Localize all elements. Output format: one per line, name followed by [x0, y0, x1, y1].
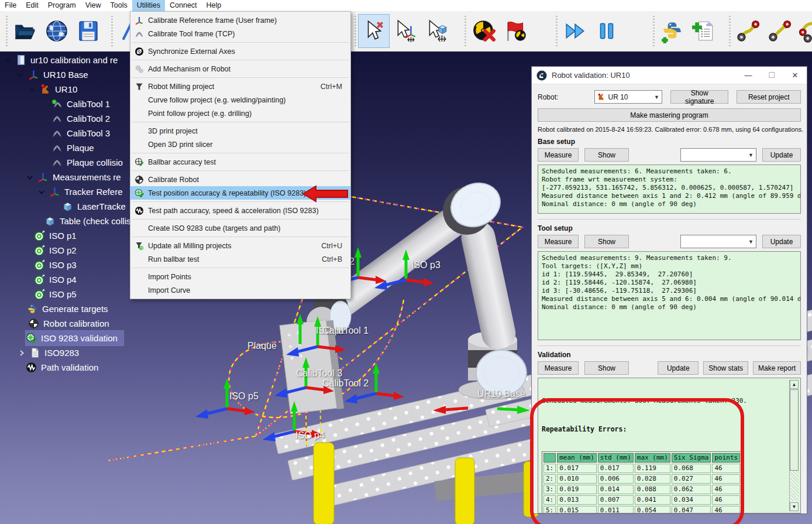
divider — [538, 345, 801, 346]
menu-tools[interactable]: Tools — [106, 0, 132, 11]
base-update-button[interactable]: Update — [762, 148, 801, 162]
base-frame-select[interactable]: ▼ — [680, 148, 756, 162]
menu-utilities[interactable]: Utilities — [132, 0, 165, 11]
chevron-down-icon[interactable] — [28, 85, 36, 94]
menu-item-synchronize-external-axes[interactable]: Synchronize External Axes — [130, 44, 350, 58]
move-linear-instruction-button[interactable] — [764, 14, 796, 48]
tree-item-iso-9283-validation[interactable]: ISO 9283 validation — [26, 331, 123, 345]
move-joint-instruction-button[interactable] — [732, 14, 764, 48]
maximize-button[interactable]: ☐ — [760, 67, 783, 84]
chevron-down-icon[interactable] — [16, 71, 25, 79]
menu-item-create-iso-9283-cube-targets-and-path-[interactable]: Create ISO 9283 cube (targets and path) — [130, 221, 350, 235]
menu-item-import-curve[interactable]: Import Curve — [130, 283, 350, 297]
sync-icon — [130, 47, 148, 56]
tree-item-table-check-collis[interactable]: Table (check collis — [44, 214, 137, 228]
validation-scrollbar[interactable]: ▲ ▼ — [789, 380, 799, 511]
target-icon — [34, 245, 45, 256]
save-station-button[interactable] — [73, 14, 104, 48]
menu-item-label: Create ISO 9283 cube (targets and path) — [148, 224, 342, 232]
menu-item-ballbar-accuracy-test[interactable]: Ballbar accuracy test — [130, 155, 350, 169]
base-measure-button[interactable]: Measure — [538, 148, 579, 162]
tool-select[interactable]: ▼ — [680, 235, 756, 248]
tree-item-plaque-collisio[interactable]: Plaque collisio — [51, 155, 129, 170]
tree-item-iso-p2[interactable]: ISO p2 — [34, 243, 82, 258]
move-circular-instruction-button[interactable] — [796, 14, 812, 48]
chevron-right-icon[interactable] — [18, 349, 26, 357]
select-cursor-button[interactable] — [358, 14, 390, 48]
menu-view[interactable]: View — [81, 0, 106, 11]
add-program-button[interactable] — [688, 14, 720, 48]
move-reference-cursor-button[interactable] — [390, 14, 421, 48]
menu-item-add-mechanism-or-robot[interactable]: Add Mechanism or Robot — [130, 62, 350, 76]
website-globe-button[interactable] — [41, 14, 73, 48]
tree-item-plaque[interactable]: Plaque — [51, 141, 100, 155]
tree-item-iso-p1[interactable]: ISO p1 — [34, 228, 82, 243]
collision-check-off-button[interactable] — [468, 14, 500, 48]
scroll-track[interactable] — [790, 471, 799, 502]
tree-item-path-validation[interactable]: Path validation — [26, 360, 104, 375]
make-report-button[interactable]: Make report — [753, 361, 801, 375]
tree-item-calibtool-3[interactable]: CalibTool 3 — [51, 126, 116, 141]
show-signature-button[interactable]: Show signature — [670, 90, 729, 104]
move-object-cursor-button[interactable] — [421, 14, 453, 48]
tree-item-generate-targets[interactable]: Generate targets — [27, 302, 114, 316]
collision-flag-button[interactable] — [500, 14, 531, 48]
menu-connect[interactable]: Connect — [165, 0, 202, 11]
tool-measure-button[interactable]: Measure — [538, 235, 579, 248]
tree-item-iso-p5[interactable]: ISO p5 — [34, 287, 82, 302]
menu-item-open-3d-print-slicer[interactable]: Open 3D print slicer — [130, 138, 350, 151]
dialog-titlebar[interactable]: Robot validation: UR10 — ☐ ✕ — [532, 67, 807, 84]
tree-item-iso-p3[interactable]: ISO p3 — [34, 258, 82, 272]
tree-item-ur10[interactable]: UR10 — [40, 82, 83, 97]
menu-item-robot-milling-project[interactable]: Robot Milling projectCtrl+M — [130, 80, 350, 93]
menu-item-run-ballbar-test[interactable]: Run ballbar testCtrl+B — [130, 252, 350, 266]
menu-item-update-all-milling-projects[interactable]: Update all Milling projectsCtrl+U — [130, 239, 350, 252]
menu-item-point-follow-project-e-g-drilling-[interactable]: Point follow project (e.g. drilling) — [130, 107, 350, 120]
tree-item-calibtool-1[interactable]: CalibTool 1 — [51, 97, 116, 111]
tree-item-ur10-base[interactable]: UR10 Base — [28, 67, 94, 82]
menu-item-curve-follow-project-e-g-welding-paintin[interactable]: Curve follow project (e.g. welding/paint… — [130, 93, 350, 107]
chevron-down-icon[interactable] — [26, 173, 34, 181]
tree-item-ur10-calibration-and-re[interactable]: ur10 calibration and re — [15, 53, 123, 67]
menu-file[interactable]: File — [0, 0, 21, 11]
pause-simulation-button[interactable] — [591, 14, 622, 48]
close-button[interactable]: ✕ — [783, 67, 807, 84]
tree-item-iso9283[interactable]: ISO9283 — [29, 345, 85, 360]
scroll-down-arrow[interactable]: ▼ — [790, 502, 799, 511]
menu-item-3d-print-project[interactable]: 3D print project — [130, 124, 350, 138]
validation-show-button[interactable]: Show — [584, 361, 629, 375]
menu-item-calibrate-reference-frame-user-frame-[interactable]: Calibrate Reference frame (User frame) — [130, 13, 350, 27]
open-project-button[interactable] — [9, 14, 41, 48]
tree-item-measurements-re[interactable]: Measurements re — [37, 170, 127, 184]
make-mastering-button[interactable]: Make mastering program — [538, 108, 801, 122]
tree-item-tracker-refere[interactable]: Tracker Refere — [49, 184, 128, 199]
menu-item-calibrate-robot[interactable]: Calibrate Robot — [130, 173, 350, 186]
menu-edit[interactable]: Edit — [21, 0, 43, 11]
validation-measure-button[interactable]: Measure — [538, 361, 579, 375]
fast-simulation-button[interactable] — [559, 14, 591, 48]
scroll-thumb[interactable] — [790, 389, 799, 471]
robot-icon — [40, 84, 51, 95]
minimize-button[interactable]: — — [737, 67, 760, 84]
tool-show-button[interactable]: Show — [584, 235, 629, 248]
reset-project-button[interactable]: Reset project — [737, 90, 801, 104]
scroll-up-arrow[interactable]: ▲ — [790, 380, 799, 389]
tree-item-lasertracke[interactable]: LaserTracke — [62, 199, 132, 214]
chevron-down-icon[interactable] — [37, 188, 46, 196]
menu-item-calibrate-tool-frame-tcp-[interactable]: Calibrate Tool frame (TCP) — [130, 27, 350, 40]
show-stats-button[interactable]: Show stats — [703, 361, 748, 375]
tree-item-calibtool-2[interactable]: CalibTool 2 — [51, 111, 116, 126]
chevron-down-icon[interactable] — [4, 56, 12, 64]
tree-item-robot-calibration[interactable]: Robot calibration — [28, 316, 115, 331]
tree-item-iso-p4[interactable]: ISO p4 — [34, 272, 82, 287]
menu-program[interactable]: Program — [43, 0, 81, 11]
table-header: points — [712, 453, 740, 463]
add-python-program-button[interactable] — [656, 14, 688, 48]
robot-select[interactable]: UR 10 ▼ — [594, 90, 662, 104]
menu-item-import-points[interactable]: Import Points — [130, 270, 350, 283]
menu-item-test-path-accuracy-speed-acceleration-is[interactable]: Test path accuracy, speed & acceleration… — [130, 204, 350, 217]
menu-help[interactable]: Help — [202, 0, 226, 11]
validation-update-button[interactable]: Update — [658, 361, 699, 375]
base-show-button[interactable]: Show — [584, 148, 629, 162]
tool-update-button[interactable]: Update — [762, 235, 801, 248]
